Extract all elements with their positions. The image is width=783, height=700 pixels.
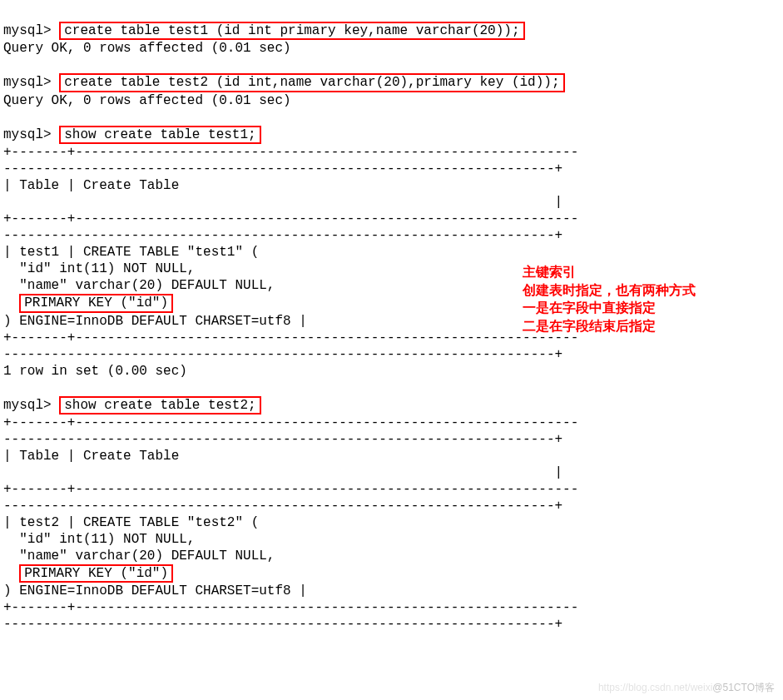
create-table-test2-line: "name" varchar(20) DEFAULT NULL, xyxy=(3,549,275,563)
annotation-line: 一是在字段中直接指定 xyxy=(523,299,696,317)
rows-in-set: 1 row in set (0.00 sec) xyxy=(3,364,187,379)
annotation-line: 二是在字段结束后指定 xyxy=(523,317,696,335)
table-header: | xyxy=(3,195,562,210)
create-table-test2-line: ) ENGINE=InnoDB DEFAULT CHARSET=utf8 | xyxy=(3,583,307,598)
table-border: ----------------------------------------… xyxy=(3,617,562,632)
table-border: +-------+-------------------------------… xyxy=(3,482,578,497)
table-border: ----------------------------------------… xyxy=(3,432,562,447)
table-border: ----------------------------------------… xyxy=(3,347,562,362)
create-table-test1-line: "id" int(11) NOT NULL, xyxy=(3,261,195,276)
create-table-test2-line: "id" int(11) NOT NULL, xyxy=(3,532,195,547)
table-header: | xyxy=(3,465,562,480)
table-border: +-------+-------------------------------… xyxy=(3,211,578,226)
create-table-test1-line: ) ENGINE=InnoDB DEFAULT CHARSET=utf8 | xyxy=(3,314,307,329)
table-header: | Table | Create Table xyxy=(3,449,187,464)
table-border: +-------+-------------------------------… xyxy=(3,330,578,345)
annotation-line: 主键索引 xyxy=(523,263,696,281)
primary-key-line-test2: PRIMARY KEY ("id") xyxy=(19,564,173,583)
cmd-show-create-test1: show create table test1; xyxy=(59,126,260,144)
watermark-text: @51CTO博客 xyxy=(712,682,775,693)
table-border: +-------+-------------------------------… xyxy=(3,145,578,160)
cmd-show-create-test2: show create table test2; xyxy=(59,396,260,415)
annotation-primary-key: 主键索引 创建表时指定，也有两种方式 一是在字段中直接指定 二是在字段结束后指定 xyxy=(523,263,696,335)
create-table-test1-line: "name" varchar(20) DEFAULT NULL, xyxy=(3,278,275,293)
table-header: | Table | Create Table xyxy=(3,178,187,193)
create-table-test2-line: | test2 | CREATE TABLE "test2" ( xyxy=(3,515,259,530)
query-ok-2: Query OK, 0 rows affected (0.01 sec) xyxy=(3,93,291,108)
table-border: ----------------------------------------… xyxy=(3,161,562,176)
create-table-test1-line: | test1 | CREATE TABLE "test1" ( xyxy=(3,245,259,260)
table-border: ----------------------------------------… xyxy=(3,499,562,514)
cmd-create-test2: create table test2 (id int,name varchar(… xyxy=(59,73,564,92)
mysql-prompt: mysql> xyxy=(3,23,52,38)
table-border: +-------+-------------------------------… xyxy=(3,600,578,615)
mysql-prompt: mysql> xyxy=(3,398,52,413)
table-border: +-------+-------------------------------… xyxy=(3,415,578,430)
annotation-line: 创建表时指定，也有两种方式 xyxy=(523,281,696,300)
primary-key-line-test1: PRIMARY KEY ("id") xyxy=(19,294,173,312)
watermark-faint: https://blog.csdn.net/weixi xyxy=(598,682,712,693)
mysql-prompt: mysql> xyxy=(3,127,52,142)
cmd-create-test1: create table test1 (id int primary key,n… xyxy=(59,22,524,40)
mysql-prompt: mysql> xyxy=(3,75,52,90)
table-border: ----------------------------------------… xyxy=(3,228,562,243)
query-ok-1: Query OK, 0 rows affected (0.01 sec) xyxy=(3,41,291,56)
watermark: https://blog.csdn.net/weixi@51CTO博客 xyxy=(598,681,775,695)
